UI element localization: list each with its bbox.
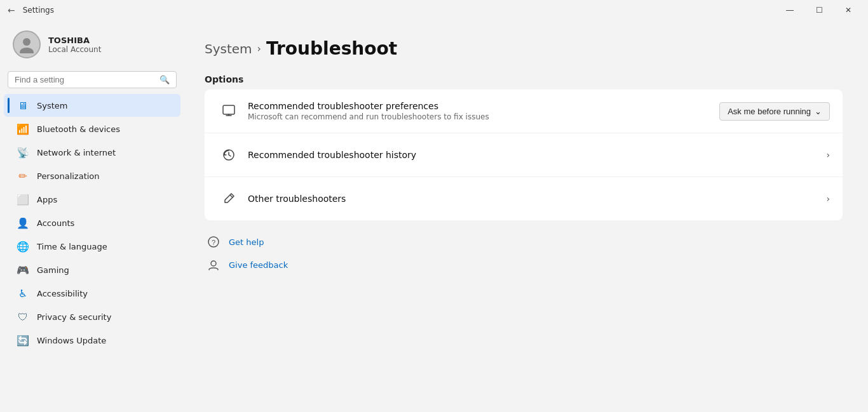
search-box[interactable]: 🔍 (8, 71, 177, 88)
give-feedback-icon (205, 256, 222, 274)
links-section: ? Get help Give feedback (205, 233, 843, 274)
recommended-prefs-icon (217, 100, 240, 123)
search-container: 🔍 (0, 69, 184, 93)
user-info: TOSHIBA Local Account (48, 36, 101, 54)
sidebar-item-privacy-label: Privacy & security (37, 312, 111, 322)
sidebar-item-personalization[interactable]: ✏ Personalization (4, 164, 180, 187)
recommended-prefs-control: Ask me before running ⌄ (719, 102, 830, 121)
svg-point-0 (23, 38, 31, 46)
chevron-right-icon: › (826, 150, 830, 160)
chevron-right-icon-2: › (826, 194, 830, 204)
user-type: Local Account (48, 45, 101, 54)
get-help-link[interactable]: Get help (229, 237, 264, 247)
bluetooth-icon: 📶 (17, 123, 29, 135)
sidebar-item-accessibility-label: Accessibility (37, 289, 88, 298)
other-troubleshooters-title: Other troubleshooters (248, 194, 826, 204)
search-icon: 🔍 (159, 75, 170, 84)
apps-icon: ⬜ (17, 193, 29, 206)
personalization-icon: ✏ (17, 169, 29, 182)
sidebar-item-apps[interactable]: ⬜ Apps (4, 188, 180, 211)
recommended-history-text: Recommended troubleshooter history (248, 150, 826, 160)
app-body: TOSHIBA Local Account 🔍 🖥 System 📶 Bluet… (0, 20, 868, 412)
sidebar-item-bluetooth[interactable]: 📶 Bluetooth & devices (4, 117, 180, 140)
sidebar-item-accounts-label: Accounts (37, 218, 74, 228)
get-help-row[interactable]: ? Get help (205, 233, 843, 251)
other-troubleshooters-text: Other troubleshooters (248, 194, 826, 204)
titlebar: ← Settings — ☐ ✕ (0, 0, 868, 20)
sidebar-item-accessibility[interactable]: ♿ Accessibility (4, 282, 180, 305)
recommended-prefs-text: Recommended troubleshooter preferences M… (248, 101, 719, 121)
titlebar-controls: — ☐ ✕ (775, 0, 863, 20)
sidebar-item-time[interactable]: 🌐 Time & language (4, 235, 180, 258)
close-button[interactable]: ✕ (834, 0, 863, 20)
search-input[interactable] (15, 75, 154, 84)
chevron-down-icon: ⌄ (815, 107, 822, 116)
sidebar-item-update-label: Windows Update (37, 336, 106, 345)
accounts-icon: 👤 (17, 216, 29, 229)
other-troubleshooters-row[interactable]: Other troubleshooters › (205, 177, 843, 220)
sidebar-item-bluetooth-label: Bluetooth & devices (37, 124, 120, 134)
recommended-history-row[interactable]: Recommended troubleshooter history › (205, 133, 843, 177)
sidebar-item-privacy[interactable]: 🛡 Privacy & security (4, 305, 180, 328)
breadcrumb-current: Troubleshoot (266, 38, 397, 59)
sidebar-item-personalization-label: Personalization (37, 171, 100, 181)
recommended-prefs-subtitle: Microsoft can recommend and run troubles… (248, 112, 719, 121)
svg-point-6 (211, 261, 216, 266)
breadcrumb-parent[interactable]: System (205, 41, 252, 56)
sidebar-item-time-label: Time & language (37, 242, 107, 251)
sidebar-item-system[interactable]: 🖥 System (4, 94, 180, 117)
preferences-dropdown[interactable]: Ask me before running ⌄ (719, 102, 830, 121)
sidebar: TOSHIBA Local Account 🔍 🖥 System 📶 Bluet… (0, 20, 184, 412)
user-profile[interactable]: TOSHIBA Local Account (0, 20, 184, 69)
sidebar-nav: 🖥 System 📶 Bluetooth & devices 📡 Network… (0, 93, 184, 352)
recommended-history-title: Recommended troubleshooter history (248, 150, 826, 160)
other-troubleshooters-control: › (826, 194, 830, 204)
recommended-prefs-row[interactable]: Recommended troubleshooter preferences M… (205, 90, 843, 133)
svg-rect-2 (223, 105, 234, 114)
breadcrumb-separator: › (257, 43, 261, 55)
network-icon: 📡 (17, 146, 29, 159)
sidebar-item-accounts[interactable]: 👤 Accounts (4, 211, 180, 234)
svg-text:?: ? (212, 239, 215, 246)
options-card: Recommended troubleshooter preferences M… (205, 90, 843, 220)
sidebar-item-gaming[interactable]: 🎮 Gaming (4, 258, 180, 281)
time-icon: 🌐 (17, 240, 29, 253)
avatar (13, 30, 41, 58)
user-name: TOSHIBA (48, 36, 101, 45)
recommended-history-icon (217, 143, 240, 166)
main-content: System › Troubleshoot Options Recommende… (184, 20, 868, 412)
titlebar-left: ← Settings (8, 5, 54, 15)
give-feedback-link[interactable]: Give feedback (229, 260, 288, 270)
dropdown-value: Ask me before running (728, 107, 811, 116)
svg-point-1 (20, 48, 34, 53)
system-icon: 🖥 (17, 99, 29, 112)
privacy-icon: 🛡 (17, 310, 29, 323)
sidebar-item-update[interactable]: 🔄 Windows Update (4, 329, 180, 352)
get-help-icon: ? (205, 233, 222, 251)
options-section-title: Options (205, 74, 843, 84)
give-feedback-row[interactable]: Give feedback (205, 256, 843, 274)
sidebar-item-network[interactable]: 📡 Network & internet (4, 141, 180, 164)
sidebar-item-network-label: Network & internet (37, 148, 116, 157)
back-icon[interactable]: ← (8, 5, 15, 15)
gaming-icon: 🎮 (17, 263, 29, 276)
sidebar-item-apps-label: Apps (37, 195, 57, 204)
sidebar-item-gaming-label: Gaming (37, 265, 69, 275)
recommended-history-control: › (826, 150, 830, 160)
accessibility-icon: ♿ (17, 287, 29, 300)
update-icon: 🔄 (17, 334, 29, 347)
window-title: Settings (23, 6, 54, 15)
breadcrumb: System › Troubleshoot (205, 38, 843, 59)
other-troubleshooters-icon (217, 187, 240, 210)
recommended-prefs-title: Recommended troubleshooter preferences (248, 101, 719, 111)
minimize-button[interactable]: — (775, 0, 804, 20)
maximize-button[interactable]: ☐ (804, 0, 834, 20)
sidebar-item-system-label: System (37, 101, 67, 110)
